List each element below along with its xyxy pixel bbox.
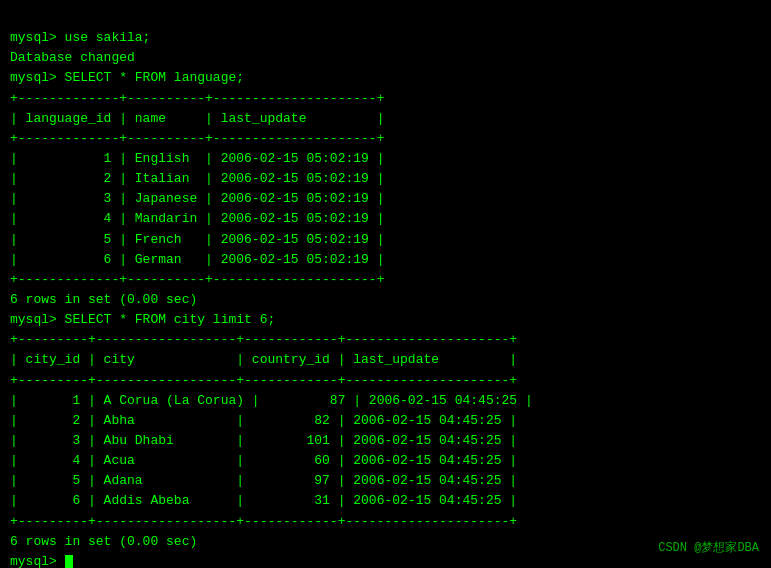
terminal-line: | 1 | English | 2006-02-15 05:02:19 | <box>10 149 761 169</box>
terminal-line: +---------+------------------+----------… <box>10 512 761 532</box>
terminal-line: mysql> use sakila; <box>10 28 761 48</box>
terminal-line: | language_id | name | last_update | <box>10 109 761 129</box>
terminal-line: +-------------+----------+--------------… <box>10 270 761 290</box>
terminal-line: +-------------+----------+--------------… <box>10 129 761 149</box>
terminal-line: | city_id | city | country_id | last_upd… <box>10 350 761 370</box>
watermark: CSDN @梦想家DBA <box>658 539 759 556</box>
terminal-line: 6 rows in set (0.00 sec) <box>10 532 761 552</box>
terminal-line: 6 rows in set (0.00 sec) <box>10 290 761 310</box>
terminal-window: mysql> use sakila;Database changedmysql>… <box>0 0 771 568</box>
terminal-line: | 6 | German | 2006-02-15 05:02:19 | <box>10 250 761 270</box>
terminal-line: +---------+------------------+----------… <box>10 330 761 350</box>
terminal-line: mysql> SELECT * FROM language; <box>10 68 761 88</box>
terminal-line: | 1 | A Corua (La Corua) | 87 | 2006-02-… <box>10 391 761 411</box>
terminal-line: mysql> SELECT * FROM city limit 6; <box>10 310 761 330</box>
terminal-line: | 2 | Italian | 2006-02-15 05:02:19 | <box>10 169 761 189</box>
terminal-line: Database changed <box>10 48 761 68</box>
terminal-line: | 2 | Abha | 82 | 2006-02-15 04:45:25 | <box>10 411 761 431</box>
terminal-line: | 5 | French | 2006-02-15 05:02:19 | <box>10 230 761 250</box>
terminal-line: | 4 | Acua | 60 | 2006-02-15 04:45:25 | <box>10 451 761 471</box>
terminal-line: | 3 | Japanese | 2006-02-15 05:02:19 | <box>10 189 761 209</box>
terminal-line: +-------------+----------+--------------… <box>10 89 761 109</box>
terminal-line: | 5 | Adana | 97 | 2006-02-15 04:45:25 | <box>10 471 761 491</box>
terminal-line: | 3 | Abu Dhabi | 101 | 2006-02-15 04:45… <box>10 431 761 451</box>
terminal-line: +---------+------------------+----------… <box>10 371 761 391</box>
terminal-line: | 6 | Addis Abeba | 31 | 2006-02-15 04:4… <box>10 491 761 511</box>
terminal-line: | 4 | Mandarin | 2006-02-15 05:02:19 | <box>10 209 761 229</box>
cursor <box>65 555 73 568</box>
terminal-line: mysql> <box>10 552 761 568</box>
